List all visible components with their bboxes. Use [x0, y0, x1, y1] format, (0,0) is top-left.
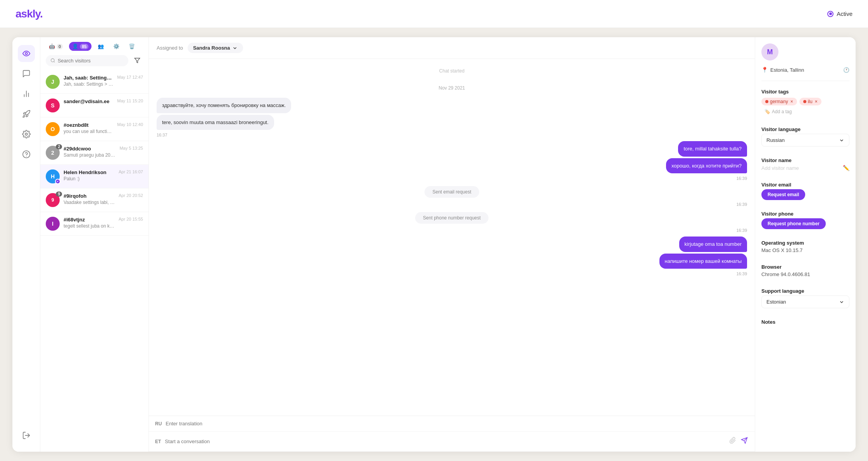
- assignee-name: Sandra Roosna: [193, 45, 230, 51]
- send-icon[interactable]: [740, 436, 749, 447]
- notes-section: Notes: [761, 319, 849, 326]
- chat-started-label: Chat started: [157, 68, 747, 74]
- avatar: J: [46, 75, 60, 89]
- tag-ilu[interactable]: ilu ×: [799, 98, 821, 105]
- svg-marker-10: [135, 58, 140, 63]
- tab-person[interactable]: 👤 85: [69, 42, 91, 51]
- sidebar-icon-logout[interactable]: [18, 427, 35, 444]
- message-time: 16:39: [736, 228, 747, 233]
- visitor-preview: you can use all functions du...: [64, 129, 113, 134]
- remove-tag-germany-icon[interactable]: ×: [790, 99, 793, 104]
- avatar: 2 2: [46, 146, 60, 160]
- tag-dot-icon: [765, 100, 768, 103]
- tab-group[interactable]: 👥: [95, 42, 107, 51]
- visitor-list: J Jah, saab: Settings > Chat >... Jah, s…: [40, 70, 148, 452]
- lang-et-label: ET: [155, 439, 161, 444]
- avatar: O: [46, 122, 60, 136]
- visitor-name: #oeznbd8t: [64, 122, 113, 128]
- list-item[interactable]: I #i68vtjnz tegelt sellest juba on kasu!…: [40, 212, 148, 236]
- list-item[interactable]: J Jah, saab: Settings > Chat >... Jah, s…: [40, 70, 148, 94]
- visitor-preview: Palun :): [64, 176, 115, 181]
- location-icon: 📍: [761, 67, 768, 73]
- topbar: askly. Active: [0, 0, 868, 28]
- list-item[interactable]: S sander@vdisain.ee May 11 15:20: [40, 94, 148, 117]
- tag-icon: 🏷️: [764, 109, 770, 114]
- visitor-phone-label: Visitor phone: [761, 211, 849, 217]
- assignee-dropdown[interactable]: Sandra Roosna: [188, 43, 243, 53]
- tab-archive[interactable]: 🗑️: [126, 42, 138, 51]
- visitor-language-section: Visitor language Russian: [761, 126, 849, 147]
- tag-dot-icon: [803, 100, 806, 103]
- visitor-language-label: Visitor language: [761, 126, 849, 132]
- support-language-dropdown[interactable]: Estonian: [761, 295, 849, 308]
- tab-bot[interactable]: 🤖 0: [46, 42, 66, 51]
- input-actions: [728, 436, 749, 447]
- list-item[interactable]: O #oeznbd8t you can use all functions du…: [40, 117, 148, 141]
- list-item[interactable]: 2 2 #29ddcwoo Samuti praegu juba 20-30%.…: [40, 141, 148, 165]
- edit-name-icon[interactable]: ✏️: [843, 165, 849, 171]
- request-email-button[interactable]: Request email: [761, 189, 805, 200]
- chat-area: Assigned to Sandra Roosna Chat started N…: [149, 37, 755, 452]
- sidebar-icon-rocket[interactable]: [18, 105, 35, 123]
- visitors-tabs: 🤖 0 👤 85 👥 ⚙️ 🗑️: [40, 37, 148, 51]
- message-input[interactable]: [165, 439, 725, 444]
- visitor-language-dropdown[interactable]: Russian: [761, 134, 849, 147]
- message-bubble: напишите номер вашей комнаты: [659, 254, 747, 269]
- sidebar-icon-eye[interactable]: [18, 45, 35, 62]
- add-tag-button[interactable]: 🏷️ Add a tag: [761, 108, 795, 116]
- tab-filter-settings[interactable]: ⚙️: [110, 42, 123, 51]
- location-text: Estonia, Tallinn: [770, 67, 804, 73]
- translation-input[interactable]: [166, 421, 749, 426]
- avatar: S: [46, 98, 60, 112]
- sidebar-icon-analytics[interactable]: [18, 85, 35, 102]
- svg-line-9: [54, 61, 55, 62]
- visitor-preview: Jah, saab: Settings > Chat >...: [64, 81, 113, 87]
- chat-header: Assigned to Sandra Roosna: [149, 37, 755, 59]
- chat-messages: Chat started Nov 29 2021 здравствуйте, х…: [149, 59, 755, 416]
- attachment-icon[interactable]: [728, 436, 737, 447]
- visitor-time: Apr 20 20:52: [119, 193, 143, 198]
- avatar: I: [46, 217, 60, 231]
- chat-date-divider: Nov 29 2021: [157, 85, 747, 91]
- message-time: 16:39: [736, 202, 747, 207]
- message-bubble: хорошо, когда хотите прийти?: [666, 158, 747, 174]
- operating-system-value: Mac OS X 10.15.7: [761, 247, 849, 253]
- visitor-avatar-large: M: [761, 43, 778, 60]
- browser-label: Browser: [761, 264, 849, 270]
- visitor-name-placeholder: Add visitor name: [761, 165, 799, 171]
- message-group: Sent phone number request 16:39: [157, 211, 747, 233]
- remove-tag-ilu-icon[interactable]: ×: [815, 99, 818, 104]
- visitor-name: sander@vdisain.ee: [64, 98, 113, 104]
- visitors-panel: 🤖 0 👤 85 👥 ⚙️ 🗑️: [40, 37, 149, 452]
- message-group: Sent email request 16:39: [157, 185, 747, 207]
- list-item[interactable]: 9 9 #9irqofoh Vaadake settings labi, sea…: [40, 188, 148, 212]
- sidebar-icon-help[interactable]: [18, 146, 35, 163]
- message-group: tore, millal tahaksite tulla? хорошо, ко…: [157, 141, 747, 181]
- tag-germany[interactable]: germany ×: [761, 98, 797, 105]
- operating-system-section: Operating system Mac OS X 10.15.7: [761, 240, 849, 253]
- visitor-time: May 10 12:40: [117, 122, 143, 127]
- filter-button[interactable]: [131, 55, 143, 66]
- list-item[interactable]: H Helen Hendrikson Palun :) Apr 21 16:07: [40, 165, 148, 188]
- search-input-wrap[interactable]: [46, 55, 128, 66]
- active-status: Active: [827, 10, 852, 17]
- status-message: Sent phone number request: [415, 212, 488, 224]
- active-label: Active: [837, 10, 852, 17]
- message-group: kirjutage oma toa number напишите номер …: [157, 237, 747, 276]
- support-language-value: Estonian: [766, 299, 786, 305]
- message-time: 16:37: [157, 133, 167, 137]
- archive-icon: 🗑️: [129, 43, 135, 49]
- tags-row: germany × ilu × 🏷️ Add a tag: [761, 98, 849, 116]
- app-container: 🤖 0 👤 85 👥 ⚙️ 🗑️: [12, 37, 856, 452]
- sidebar-icon-settings[interactable]: [18, 126, 35, 143]
- visitor-preview: Samuti praegu juba 20-30%...: [64, 152, 116, 158]
- svg-point-0: [25, 52, 28, 55]
- visitor-name: #i68vtjnz: [64, 217, 115, 223]
- message-bubble: tere, soovin muuta oma massaazi broneeri…: [157, 115, 274, 130]
- search-input[interactable]: [58, 58, 124, 64]
- visitor-info: Helen Hendrikson Palun :): [64, 169, 115, 181]
- request-phone-button[interactable]: Request phone number: [761, 218, 826, 229]
- avatar: 9 9: [46, 193, 60, 207]
- sidebar-icon-chat[interactable]: [18, 65, 35, 82]
- time-icon: 🕐: [843, 67, 849, 73]
